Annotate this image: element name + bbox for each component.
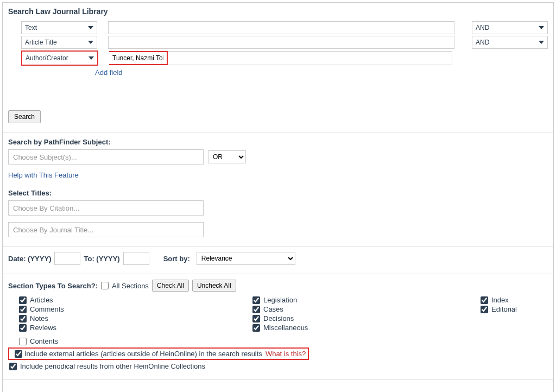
chk-decisions[interactable] [252, 315, 260, 323]
chk-cases[interactable] [252, 306, 260, 313]
date-to-input[interactable] [123, 252, 149, 265]
add-field-link[interactable]: Add field [95, 68, 123, 77]
select-titles-label: Select Titles: [8, 189, 548, 197]
search-input-2[interactable] [109, 52, 167, 64]
search-input-1[interactable] [108, 36, 454, 49]
chk-editorial[interactable] [481, 306, 488, 313]
pathfinder-boolean[interactable]: OR [208, 150, 246, 163]
help-link[interactable]: Help with This Feature [8, 171, 79, 179]
chk-articles[interactable] [19, 296, 27, 304]
field-select-1[interactable]: Article Title [21, 36, 97, 49]
chk-comments[interactable] [19, 306, 27, 313]
what-is-this-link[interactable]: What is this? [266, 350, 306, 358]
chk-index[interactable] [481, 296, 488, 304]
date-to-label: To: (YYYY) [84, 255, 119, 263]
date-from-input[interactable] [54, 252, 80, 265]
search-input-0[interactable] [108, 21, 454, 34]
chk-periodical[interactable] [9, 363, 17, 370]
chk-legislation[interactable] [252, 296, 260, 304]
uncheck-all-button[interactable]: Uncheck All [192, 280, 236, 292]
search-button-top[interactable]: Search [8, 110, 41, 123]
field-select-2[interactable]: Author/Creator [22, 52, 97, 65]
sort-by-select[interactable]: Relevance [197, 252, 295, 265]
all-sections-text: All Sections [112, 282, 149, 290]
boolean-select-1[interactable]: AND [472, 36, 548, 49]
search-input-2-ext[interactable] [168, 51, 452, 65]
journal-title-input[interactable] [8, 222, 204, 237]
chk-reviews[interactable] [19, 324, 27, 332]
page-title: Search Law Journal Library [3, 3, 553, 19]
pathfinder-subject-input[interactable] [8, 149, 204, 165]
chk-external[interactable] [15, 350, 22, 358]
periodical-text: Include periodical results from other He… [20, 362, 205, 370]
chk-notes[interactable] [19, 315, 27, 323]
pathfinder-label: Search by PathFinder Subject: [8, 138, 548, 146]
external-text: Include external articles (articles outs… [24, 350, 262, 358]
field-select-0[interactable]: Text [21, 21, 97, 34]
chk-contents[interactable] [19, 338, 27, 345]
boolean-select-0[interactable]: AND [472, 21, 548, 34]
date-from-label: Date: (YYYY) [8, 255, 51, 263]
section-types-label: Section Types To Search?: [8, 282, 98, 290]
chk-miscellaneous[interactable] [252, 324, 260, 332]
sort-by-label: Sort by: [163, 255, 190, 263]
citation-input[interactable] [8, 200, 204, 216]
check-all-button[interactable]: Check All [152, 280, 189, 292]
all-sections-checkbox[interactable] [101, 282, 109, 289]
